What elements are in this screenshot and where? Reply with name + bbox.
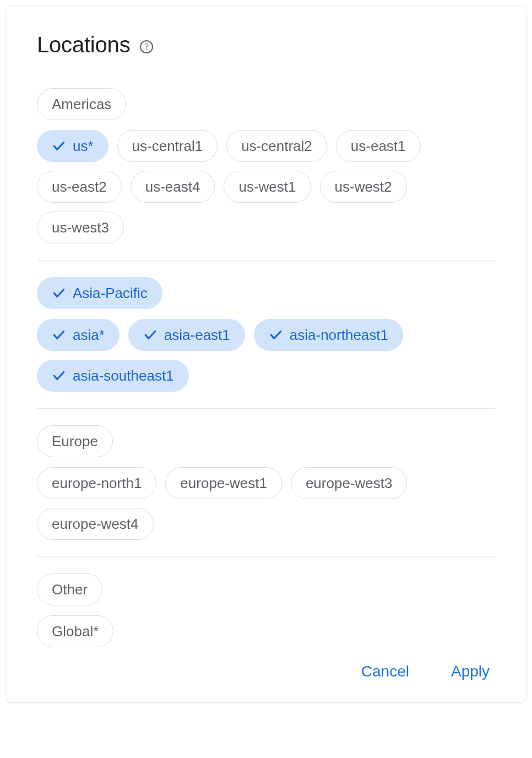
- region-header-row: Europe: [37, 425, 495, 457]
- chip-label: Americas: [52, 96, 111, 113]
- chip-europe-1[interactable]: europe-west1: [165, 467, 282, 499]
- region-header-row: Americas: [37, 88, 495, 120]
- chip-label: Global*: [52, 623, 99, 640]
- chip-asia-pacific-3[interactable]: asia-southeast1: [37, 360, 189, 392]
- region-group-other: OtherGlobal*: [37, 573, 495, 652]
- check-icon: [52, 328, 66, 342]
- chip-label: Europe: [52, 433, 98, 450]
- check-icon: [269, 328, 283, 342]
- region-group-asia-pacific: Asia-Pacificasia*asia-east1asia-northeas…: [37, 277, 495, 409]
- chip-label: asia-east1: [164, 327, 230, 344]
- apply-button[interactable]: Apply: [449, 658, 492, 685]
- chip-label: asia*: [73, 327, 105, 344]
- chip-label: us-central1: [132, 138, 203, 155]
- chip-europe-header[interactable]: Europe: [37, 425, 113, 457]
- check-icon: [143, 328, 158, 342]
- chip-asia-pacific-2[interactable]: asia-northeast1: [254, 319, 403, 351]
- region-chip-row: us*us-central1us-central2us-east1us-east…: [37, 130, 495, 243]
- chip-label: europe-west3: [306, 475, 393, 492]
- chip-asia-pacific-0[interactable]: asia*: [37, 319, 120, 351]
- chip-americas-0[interactable]: us*: [37, 130, 108, 162]
- region-group-europe: Europeeurope-north1europe-west1europe-we…: [37, 425, 495, 557]
- region-chip-row: Global*: [37, 615, 495, 647]
- chip-americas-2[interactable]: us-central2: [226, 130, 327, 162]
- chip-americas-header[interactable]: Americas: [37, 88, 126, 120]
- panel-title: Locations: [37, 33, 130, 57]
- chip-americas-6[interactable]: us-west1: [224, 171, 311, 203]
- check-icon: [52, 139, 66, 153]
- chip-label: Asia-Pacific: [73, 285, 148, 302]
- check-icon: [52, 369, 66, 383]
- chip-label: us-central2: [241, 138, 312, 155]
- chip-americas-7[interactable]: us-west2: [320, 171, 407, 203]
- chip-label: us-east2: [52, 178, 107, 196]
- chip-europe-2[interactable]: europe-west3: [291, 467, 408, 499]
- region-header-row: Asia-Pacific: [37, 277, 495, 309]
- chip-label: us-west1: [238, 178, 296, 196]
- chip-label: europe-north1: [52, 475, 142, 492]
- chip-label: us-west2: [335, 178, 392, 196]
- chip-label: us-east1: [351, 138, 406, 155]
- chip-label: us-west3: [52, 219, 109, 236]
- region-header-row: Other: [37, 573, 495, 605]
- chip-americas-4[interactable]: us-east2: [37, 171, 122, 203]
- region-group-americas: Americasus*us-central1us-central2us-east…: [37, 88, 495, 261]
- dialog-actions: Cancel Apply: [37, 658, 495, 685]
- help-icon[interactable]: ?: [140, 40, 153, 53]
- chip-label: europe-west4: [52, 516, 139, 533]
- chip-europe-3[interactable]: europe-west4: [37, 508, 154, 540]
- check-icon: [52, 286, 66, 300]
- chip-americas-3[interactable]: us-east1: [336, 130, 421, 162]
- region-chip-row: europe-north1europe-west1europe-west3eur…: [37, 467, 495, 540]
- chip-label: us-east4: [145, 178, 200, 196]
- locations-panel: Locations ? Americasus*us-central1us-cen…: [6, 6, 526, 703]
- chip-asia-pacific-1[interactable]: asia-east1: [128, 319, 245, 351]
- chip-other-0[interactable]: Global*: [37, 615, 113, 647]
- chip-asia-pacific-header[interactable]: Asia-Pacific: [37, 277, 162, 309]
- chip-label: Other: [52, 581, 88, 598]
- region-chip-row: asia*asia-east1asia-northeast1asia-south…: [37, 319, 495, 392]
- panel-header: Locations ?: [37, 33, 495, 57]
- chip-label: us*: [73, 138, 94, 155]
- chip-label: asia-southeast1: [73, 367, 174, 385]
- cancel-button[interactable]: Cancel: [359, 658, 411, 685]
- chip-americas-5[interactable]: us-east4: [131, 171, 215, 203]
- chip-label: europe-west1: [180, 475, 267, 492]
- chip-europe-0[interactable]: europe-north1: [37, 467, 156, 499]
- groups-container: Americasus*us-central1us-central2us-east…: [37, 88, 495, 652]
- chip-label: asia-northeast1: [290, 327, 388, 344]
- chip-americas-8[interactable]: us-west3: [37, 212, 124, 243]
- chip-americas-1[interactable]: us-central1: [117, 130, 218, 162]
- chip-other-header[interactable]: Other: [37, 573, 102, 605]
